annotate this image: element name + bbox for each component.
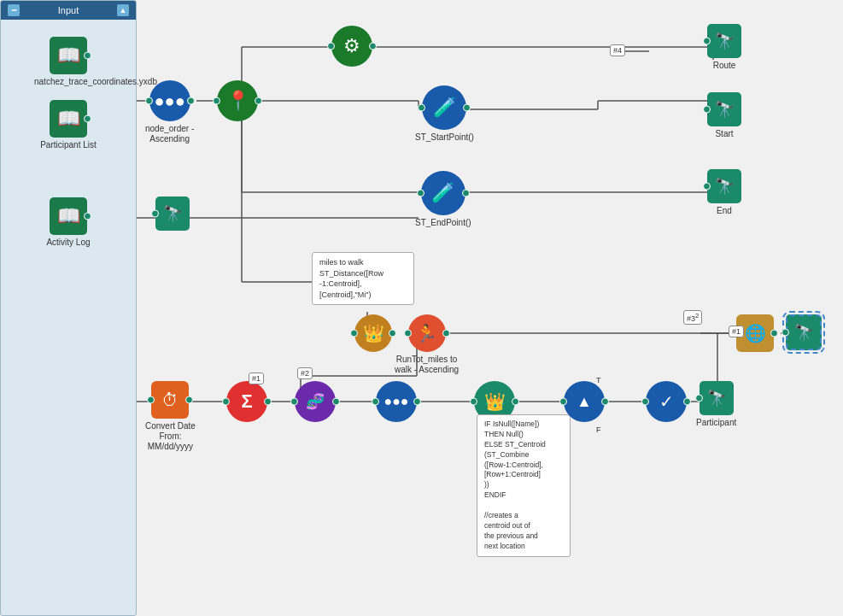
binoculars-selected-node[interactable]: 🔭 xyxy=(786,314,822,350)
binoculars-route-node[interactable]: 🔭 Route xyxy=(707,24,741,71)
clock-label: Convert DateFrom:MM/dd/yyyy xyxy=(145,421,196,452)
miles-note-text: miles to walkST_Distance([Row-1:Centroid… xyxy=(319,258,383,299)
f-label: F xyxy=(596,425,601,434)
participant-final-label: Participant xyxy=(696,418,736,428)
sidebar-title: Input xyxy=(58,5,79,15)
flask-startpoint-node[interactable]: 🧪 ST_StartPoint() xyxy=(415,85,474,143)
dna-node[interactable]: 🧬 xyxy=(295,381,336,422)
badge-3: #32 xyxy=(683,310,702,325)
badge-1-sigma: #1 xyxy=(249,373,264,384)
miles-note-box: miles to walkST_Distance([Row-1:Centroid… xyxy=(312,252,414,305)
binoculars-end-node[interactable]: 🔭 End xyxy=(707,169,741,216)
sigma-node[interactable]: Σ xyxy=(226,381,267,422)
minimize-button[interactable]: ━ xyxy=(8,4,20,16)
badge-4: #4 xyxy=(610,44,625,56)
flask-endpoint-node[interactable]: 🧪 ST_EndPoint() xyxy=(415,171,471,228)
participant-icon[interactable]: 📖 xyxy=(50,100,87,138)
gear-top-node[interactable]: ⚙ xyxy=(331,26,372,67)
activity-icon[interactable]: 📖 xyxy=(50,197,87,235)
binoculars-participant-node[interactable]: 🔭 Participant xyxy=(696,381,736,428)
clock-node[interactable]: ⏱ Convert DateFrom:MM/dd/yyyy xyxy=(145,381,196,452)
collapse-button[interactable]: ▲ xyxy=(117,4,129,16)
badge-2: #2 xyxy=(297,367,313,379)
runner-node[interactable]: 🏃 RunTot_miles towalk - Ascending xyxy=(395,314,459,375)
crown-gold-node[interactable]: 👑 xyxy=(354,314,392,352)
formula-text: IF IsNull([Name])THEN Null()ELSE ST_Cent… xyxy=(484,419,546,550)
end-label: End xyxy=(717,206,732,216)
route-label: Route xyxy=(713,61,736,71)
blue-dots2-node[interactable]: ●●● xyxy=(376,381,417,422)
sort-label: node_order -Ascending xyxy=(145,124,194,144)
t-label: T xyxy=(596,376,601,384)
runner-label: RunTot_miles towalk - Ascending xyxy=(395,355,459,375)
workflow-canvas: ━ Input ▲ 📖 natchez_trace_coordinates.yx… xyxy=(0,0,843,616)
endpoint-label: ST_EndPoint() xyxy=(415,218,471,228)
sidebar-panel: ━ Input ▲ 📖 natchez_trace_coordinates.yx… xyxy=(0,0,137,616)
binoculars-participantlist-node[interactable]: 🔭 xyxy=(155,197,190,231)
badge-1-globe: #1 xyxy=(729,326,744,337)
start-label: Start xyxy=(715,129,733,139)
activity-label: Activity Log xyxy=(46,238,90,248)
triangle-node[interactable]: ▲ xyxy=(564,381,605,422)
binoculars-start-node[interactable]: 🔭 Start xyxy=(707,92,741,139)
sort-node[interactable]: ●●● node_order -Ascending xyxy=(145,80,194,144)
natchez-icon[interactable]: 📖 xyxy=(50,37,87,74)
participant-label: Participant List xyxy=(40,140,97,150)
sidebar-header: ━ Input ▲ xyxy=(1,1,136,20)
natchez-label: natchez_trace_coordinates.yxdb xyxy=(34,77,102,87)
startpoint-label: ST_StartPoint() xyxy=(415,132,474,143)
check-node[interactable]: ✓ xyxy=(646,381,687,422)
pin-node[interactable]: 📍 xyxy=(217,80,258,121)
formula-note-box: IF IsNull([Name])THEN Null()ELSE ST_Cent… xyxy=(477,414,571,557)
